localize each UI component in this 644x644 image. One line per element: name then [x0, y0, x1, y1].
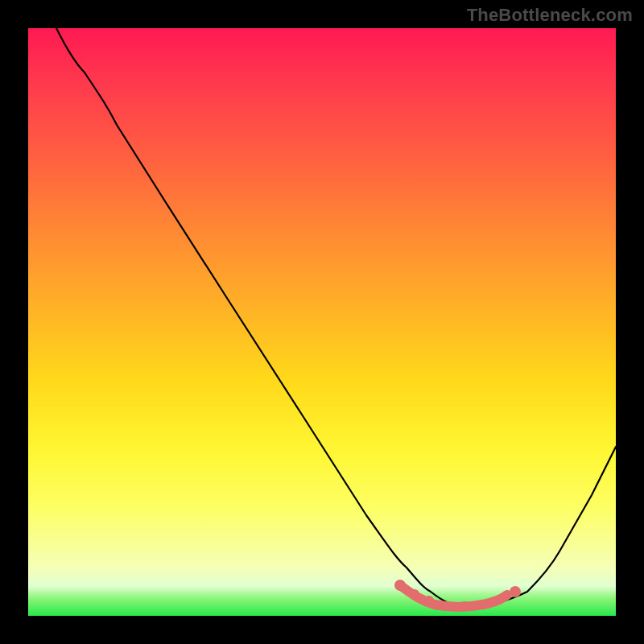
chart-svg	[28, 28, 616, 616]
marker-dot	[460, 601, 469, 611]
marker-dot	[424, 596, 434, 605]
chart-area	[28, 28, 616, 616]
watermark-text: TheBottleneck.com	[467, 5, 633, 26]
marker-dot	[442, 601, 452, 611]
marker-dot	[510, 586, 521, 597]
marker-dot	[394, 580, 406, 591]
marker-dot	[478, 600, 488, 609]
marker-dot	[410, 589, 419, 599]
marker-dot	[494, 595, 504, 605]
bottleneck-curve	[56, 28, 616, 606]
